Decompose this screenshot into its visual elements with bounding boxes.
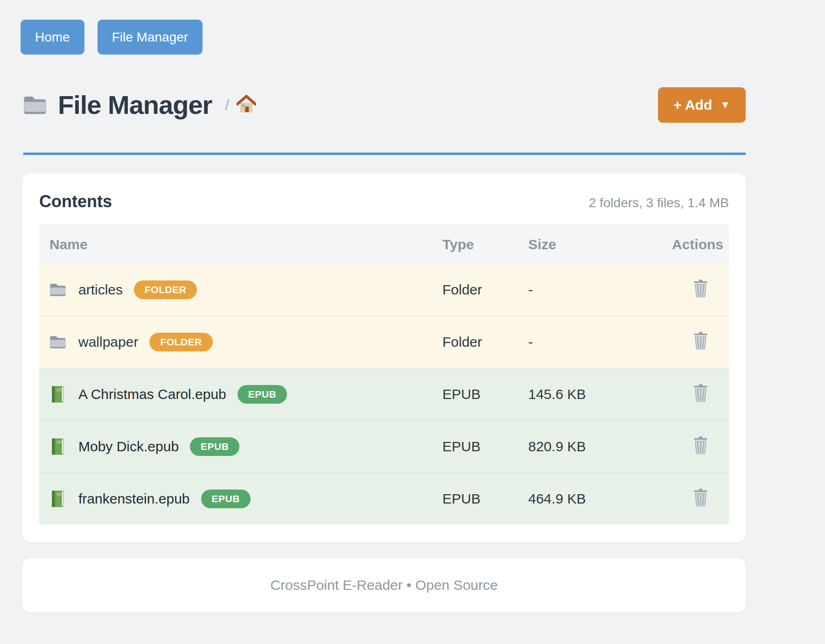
size-cell: 464.9 KB [528, 473, 636, 525]
delete-button[interactable] [693, 489, 708, 506]
file-manager-page: Home File Manager File Manager / [0, 0, 825, 644]
page-header: File Manager / + Add ▼ [22, 87, 746, 123]
add-button[interactable]: + Add ▼ [658, 87, 746, 123]
trash-icon [693, 501, 708, 508]
table-row: Moby Dick.epub EPUB EPUB 820.9 KB [39, 420, 729, 473]
contents-title: Contents [39, 192, 112, 211]
type-badge: FOLDER [149, 333, 212, 351]
book-icon [49, 385, 67, 403]
breadcrumb-separator: / [225, 97, 229, 114]
table-row: articles FOLDER Folder - [39, 264, 729, 316]
contents-card-header: Contents 2 folders, 3 files, 1.4 MB [39, 192, 729, 211]
column-header-name: Name [39, 224, 442, 264]
book-icon [49, 438, 67, 455]
add-button-label: + Add [673, 97, 712, 113]
type-cell: EPUB [442, 368, 528, 420]
file-table-body: articles FOLDER Folder - [39, 264, 729, 525]
type-badge: EPUB [201, 490, 251, 508]
column-header-type: Type [442, 224, 528, 264]
table-row: frankenstein.epub EPUB EPUB 464.9 KB [39, 473, 729, 525]
column-header-size: Size [528, 224, 636, 264]
delete-button[interactable] [693, 332, 708, 350]
footer-text: CrossPoint E-Reader • Open Source [270, 577, 497, 593]
trash-icon [693, 396, 708, 403]
breadcrumb: / [225, 95, 256, 115]
accent-rule [23, 153, 746, 155]
delete-button[interactable] [693, 280, 708, 297]
table-row: A Christmas Carol.epub EPUB EPUB 145.6 K… [39, 368, 729, 420]
table-row: wallpaper FOLDER Folder - [39, 316, 729, 368]
contents-summary: 2 folders, 3 files, 1.4 MB [589, 196, 729, 210]
file-name[interactable]: frankenstein.epub [78, 491, 190, 507]
file-name[interactable]: articles [78, 282, 123, 298]
top-nav: Home File Manager [21, 20, 825, 55]
file-name[interactable]: Moby Dick.epub [78, 439, 179, 455]
page-title: File Manager [58, 91, 212, 119]
size-cell: 820.9 KB [528, 420, 636, 473]
book-icon [49, 490, 67, 508]
type-cell: Folder [442, 316, 528, 368]
breadcrumb-home-link[interactable] [237, 95, 256, 115]
type-cell: EPUB [442, 473, 528, 525]
file-name[interactable]: A Christmas Carol.epub [78, 386, 226, 402]
table-header-row: Name Type Size Actions [39, 224, 729, 264]
size-cell: - [528, 316, 636, 368]
trash-icon [693, 448, 708, 455]
file-name[interactable]: wallpaper [78, 334, 138, 350]
contents-card: Contents 2 folders, 3 files, 1.4 MB Name… [22, 173, 746, 542]
trash-icon [693, 344, 708, 351]
folder-icon [49, 334, 67, 350]
footer: CrossPoint E-Reader • Open Source [22, 558, 746, 612]
type-badge: EPUB [190, 437, 239, 456]
delete-button[interactable] [693, 384, 708, 402]
file-manager-nav-button[interactable]: File Manager [98, 20, 203, 55]
home-icon [237, 95, 256, 115]
home-nav-button[interactable]: Home [21, 20, 84, 55]
trash-icon [693, 292, 708, 299]
column-header-actions: Actions [636, 224, 729, 264]
chevron-down-icon: ▼ [720, 99, 730, 111]
size-cell: - [528, 264, 636, 316]
size-cell: 145.6 KB [528, 368, 636, 420]
folder-icon [49, 282, 67, 298]
type-badge: FOLDER [134, 280, 197, 299]
type-badge: EPUB [238, 385, 287, 404]
file-table: Name Type Size Actions articles FOLDER F… [39, 224, 729, 525]
type-cell: Folder [442, 264, 528, 316]
type-cell: EPUB [442, 420, 528, 473]
folder-icon [22, 94, 48, 116]
delete-button[interactable] [693, 436, 708, 454]
